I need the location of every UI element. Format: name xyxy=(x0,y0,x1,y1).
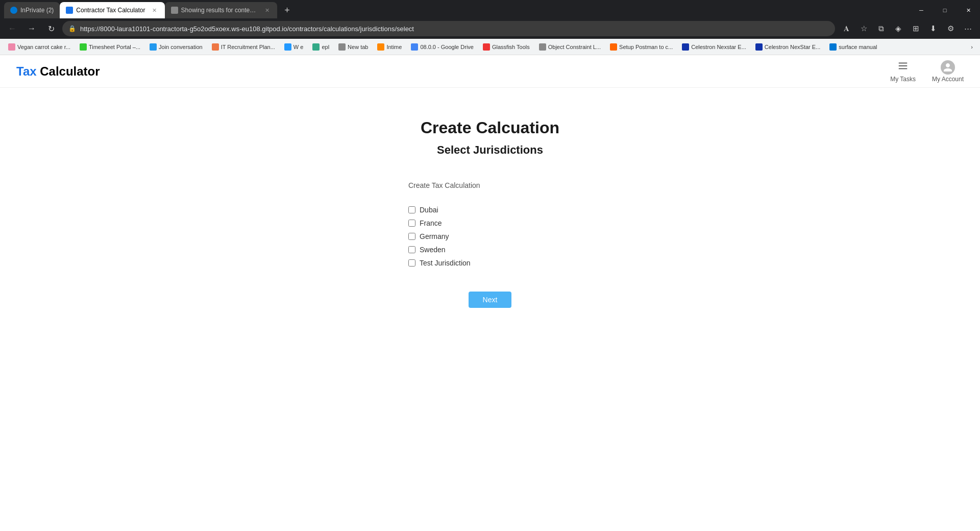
bookmark-label-vegan: Vegan carrot cake r... xyxy=(17,44,70,50)
jurisdiction-dubai[interactable]: Dubai xyxy=(408,206,471,214)
toolbar-icons: 𝐀 ☆ ⧉ ◈ ⊞ ⬇ ⚙ ⋯ xyxy=(838,20,976,37)
jurisdiction-test[interactable]: Test Jurisdiction xyxy=(408,259,471,267)
page-subtitle: Select Jurisdictions xyxy=(437,143,543,157)
tab-label-newtab: Showing results for contents of... xyxy=(181,7,259,14)
bookmark-label-intime: Intime xyxy=(386,44,402,50)
bookmark-label-surface: surface manual xyxy=(839,44,877,50)
forward-button[interactable]: → xyxy=(23,20,40,37)
jurisdiction-france[interactable]: France xyxy=(408,219,471,227)
tab-close-newtab[interactable]: ✕ xyxy=(264,6,271,14)
close-button[interactable]: ✕ xyxy=(957,2,980,18)
header-right: My Tasks My Account xyxy=(890,60,964,83)
checkbox-sweden[interactable] xyxy=(408,246,415,253)
app-logo: Tax Calculator xyxy=(16,64,100,79)
new-tab-button[interactable]: + xyxy=(279,2,296,18)
tab-inprivate[interactable]: InPrivate (2) xyxy=(4,2,60,18)
tab-contractor[interactable]: Contractor Tax Calculator ✕ xyxy=(60,2,164,18)
bookmark-label-epl: epl xyxy=(322,44,329,50)
logo-blue-part: Tax xyxy=(16,64,40,78)
address-bar[interactable]: 🔒 https://8000-laura10101-contractorta-g… xyxy=(62,21,835,36)
bookmark-join[interactable]: Join conversation xyxy=(145,42,207,52)
bookmark-label-it: IT Recruitment Plan... xyxy=(221,44,275,50)
tab-newtab[interactable]: Showing results for contents of... ✕ xyxy=(165,2,277,18)
jurisdiction-label-test: Test Jurisdiction xyxy=(420,259,471,267)
bookmark-intime[interactable]: Intime xyxy=(373,42,406,52)
bookmark-vegan[interactable]: Vegan carrot cake r... xyxy=(4,42,75,52)
bookmark-celestron2[interactable]: Celestron NexStar E... xyxy=(751,42,824,52)
bookmark-label-newtab: New tab xyxy=(348,44,368,50)
bookmark-it[interactable]: IT Recruitment Plan... xyxy=(208,42,279,52)
minimize-button[interactable]: ─ xyxy=(910,2,933,18)
bookmarks-more-button[interactable]: › xyxy=(968,43,976,51)
account-icon xyxy=(941,60,955,75)
bookmark-epl[interactable]: epl xyxy=(308,42,333,52)
checkbox-test[interactable] xyxy=(408,259,415,267)
read-aloud-icon[interactable]: 𝐀 xyxy=(838,20,854,37)
checkbox-france[interactable] xyxy=(408,220,415,227)
logo-black-part: Calculator xyxy=(40,64,100,78)
url-text: https://8000-laura10101-contractorta-g5o… xyxy=(80,25,829,33)
checkbox-dubai[interactable] xyxy=(408,206,415,213)
bookmark-label-celestron2: Celestron NexStar E... xyxy=(765,44,820,50)
bookmark-google-drive[interactable]: 08.0.0 - Google Drive xyxy=(407,42,478,52)
tasks-icon xyxy=(897,60,909,75)
bookmark-label-setup-postman: Setup Postman to c... xyxy=(619,44,673,50)
downloads-icon[interactable]: ⬇ xyxy=(925,20,941,37)
bookmark-label-we: W e xyxy=(293,44,304,50)
bookmark-setup-postman[interactable]: Setup Postman to c... xyxy=(606,42,677,52)
bookmark-label-object-constraint: Object Constraint L... xyxy=(548,44,601,50)
bookmark-object-constraint[interactable]: Object Constraint L... xyxy=(535,42,605,52)
bookmark-we[interactable]: W e xyxy=(280,42,308,52)
jurisdiction-label-dubai: Dubai xyxy=(420,206,438,214)
bookmark-label-google-drive: 08.0.0 - Google Drive xyxy=(420,44,474,50)
jurisdiction-germany[interactable]: Germany xyxy=(408,232,471,240)
tab-label-inprivate: InPrivate (2) xyxy=(20,7,54,14)
refresh-button[interactable]: ↻ xyxy=(43,20,59,37)
bookmark-label-join: Join conversation xyxy=(159,44,203,50)
collections-icon[interactable]: ⊞ xyxy=(908,20,924,37)
bookmarks-bar: Vegan carrot cake r... Timesheet Portal … xyxy=(0,39,980,55)
lock-icon: 🔒 xyxy=(68,25,76,32)
bookmark-celestron1[interactable]: Celestron Nexstar E... xyxy=(678,42,750,52)
next-button[interactable]: Next xyxy=(469,292,512,308)
split-screen-icon[interactable]: ⧉ xyxy=(873,20,889,37)
bookmark-timesheet[interactable]: Timesheet Portal –... xyxy=(76,42,144,52)
checkbox-germany[interactable] xyxy=(408,233,415,240)
breadcrumb: Create Tax Calculation xyxy=(408,181,480,189)
form-section: Create Tax Calculation Dubai France Germ… xyxy=(408,181,572,308)
jurisdiction-label-france: France xyxy=(420,219,442,227)
browser-essentials-icon[interactable]: ◈ xyxy=(890,20,906,37)
tab-favicon-newtab xyxy=(171,7,178,14)
jurisdiction-label-sweden: Sweden xyxy=(420,246,446,254)
button-row: Next xyxy=(408,292,572,308)
jurisdiction-label-germany: Germany xyxy=(420,232,449,240)
bookmark-label-celestron1: Celestron Nexstar E... xyxy=(691,44,746,50)
bookmark-label-glassfish: Glassfish Tools xyxy=(492,44,530,50)
address-bar-row: ← → ↻ 🔒 https://8000-laura10101-contract… xyxy=(0,18,980,39)
bookmark-newtab[interactable]: New tab xyxy=(334,42,372,52)
jurisdiction-list: Dubai France Germany Sweden Test Jurisdi… xyxy=(408,206,471,267)
tab-favicon-inprivate xyxy=(10,7,17,14)
main-content: Create Calcuation Select Jurisdictions C… xyxy=(0,88,980,519)
back-button[interactable]: ← xyxy=(4,20,20,37)
my-account-label: My Account xyxy=(932,76,964,83)
my-tasks-nav[interactable]: My Tasks xyxy=(890,60,916,83)
page-title: Create Calcuation xyxy=(421,118,559,137)
extensions-icon[interactable]: ⚙ xyxy=(942,20,959,37)
tab-favicon-contractor xyxy=(66,7,73,14)
jurisdiction-sweden[interactable]: Sweden xyxy=(408,246,471,254)
bookmark-surface[interactable]: surface manual xyxy=(825,42,881,52)
my-account-nav[interactable]: My Account xyxy=(932,60,964,83)
bookmark-glassfish[interactable]: Glassfish Tools xyxy=(479,42,534,52)
maximize-button[interactable]: □ xyxy=(933,2,957,18)
tab-close-contractor[interactable]: ✕ xyxy=(151,6,159,14)
bookmark-label-timesheet: Timesheet Portal –... xyxy=(89,44,140,50)
tab-label-contractor: Contractor Tax Calculator xyxy=(76,7,145,14)
app-header: Tax Calculator My Tasks xyxy=(0,55,980,88)
more-menu-icon[interactable]: ⋯ xyxy=(960,20,976,37)
app-container: Tax Calculator My Tasks xyxy=(0,55,980,519)
favorites-icon[interactable]: ☆ xyxy=(855,20,872,37)
my-tasks-label: My Tasks xyxy=(890,76,916,83)
